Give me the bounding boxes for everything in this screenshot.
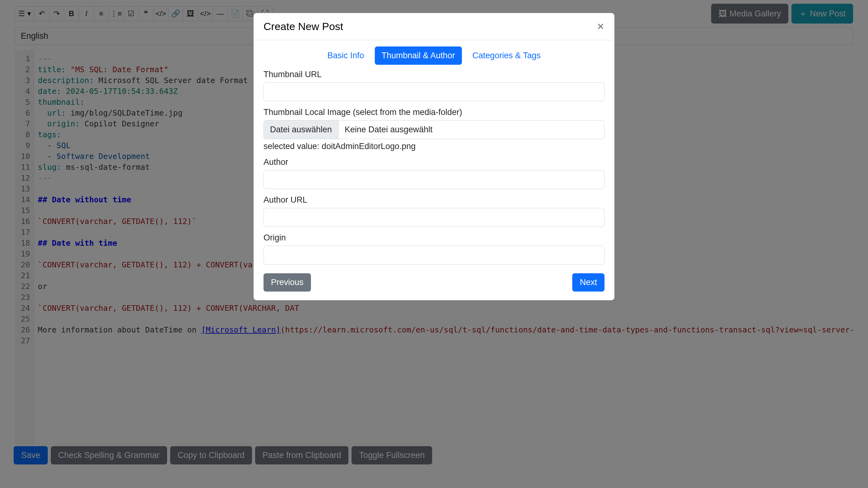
thumbnail-url-group: Thumbnail URL [264,70,604,101]
tab-categories-tags[interactable]: Categories & Tags [466,46,548,65]
thumbnail-file-input[interactable]: Datei auswählen Keine Datei ausgewählt [264,120,604,139]
modal-body: Thumbnail URL Thumbnail Local Image (sel… [254,70,614,300]
modal-close-button[interactable]: ✕ [597,21,604,32]
thumbnail-url-input[interactable] [264,83,604,101]
thumbnail-url-label: Thumbnail URL [264,70,604,79]
file-none-text: Keine Datei ausgewählt [339,121,604,139]
thumbnail-local-label: Thumbnail Local Image (select from the m… [264,107,604,117]
tab-basic-info[interactable]: Basic Info [320,46,371,65]
file-choose-button[interactable]: Datei auswählen [264,121,339,139]
modal-footer: Previous Next [264,271,604,293]
author-url-group: Author URL [264,195,604,227]
close-icon: ✕ [597,21,604,32]
modal-header: Create New Post ✕ [254,13,614,40]
origin-input[interactable] [264,246,604,265]
author-input[interactable] [264,170,604,189]
previous-button[interactable]: Previous [264,273,311,292]
modal-tabs: Basic Info Thumbnail & Author Categories… [254,40,614,70]
next-button[interactable]: Next [572,273,604,292]
selected-value-text: selected value: doitAdminEditorLogo.png [264,141,604,151]
author-url-input[interactable] [264,208,604,227]
author-url-label: Author URL [264,195,604,205]
create-post-modal: Create New Post ✕ Basic Info Thumbnail &… [254,13,614,300]
thumbnail-local-group: Thumbnail Local Image (select from the m… [264,107,604,151]
author-group: Author [264,157,604,189]
modal-overlay[interactable]: Create New Post ✕ Basic Info Thumbnail &… [0,0,868,488]
origin-group: Origin [264,233,604,265]
tab-thumbnail-author[interactable]: Thumbnail & Author [375,46,462,65]
author-label: Author [264,157,604,167]
origin-label: Origin [264,233,604,242]
modal-title: Create New Post [264,21,343,33]
